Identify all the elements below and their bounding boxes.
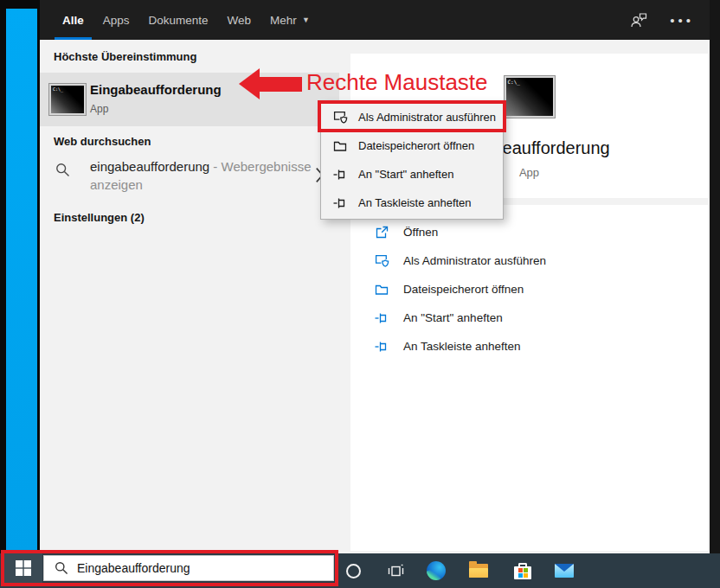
best-match-title: Eingabeaufforderung xyxy=(90,82,222,97)
action-open-file-location[interactable]: Dateispeicherort öffnen xyxy=(350,275,708,304)
tab-apps[interactable]: Apps xyxy=(93,0,139,40)
search-results-panel: Höchste Übereinstimmung Eingabeaufforder… xyxy=(40,40,339,553)
annotation-highlight-box-taskbar xyxy=(1,550,338,586)
annotation-label: Rechte Maustaste xyxy=(306,69,488,96)
tab-web[interactable]: Web xyxy=(218,0,261,40)
task-view-icon[interactable] xyxy=(378,553,413,588)
pin-icon xyxy=(332,168,348,182)
context-menu: Als Administrator ausführen Dateispeiche… xyxy=(320,102,504,220)
best-match-subtitle: App xyxy=(90,103,108,115)
settings-header: Einstellungen (2) xyxy=(54,211,145,224)
store-icon[interactable] xyxy=(505,553,540,588)
filter-tabs: Alle Apps Dokumente Web Mehr ▼ xyxy=(53,0,319,40)
feedback-person-icon[interactable] xyxy=(630,12,647,29)
desktop-background-left xyxy=(0,0,40,553)
action-open[interactable]: Öffnen xyxy=(350,218,708,246)
search-filter-bar: Alle Apps Dokumente Web Mehr ▼ ••• xyxy=(40,0,710,40)
taskbar-search-box[interactable] xyxy=(43,555,334,581)
search-input[interactable] xyxy=(77,561,333,575)
action-run-as-admin[interactable]: Als Administrator ausführen xyxy=(350,246,708,275)
more-options-icon[interactable]: ••• xyxy=(670,13,694,28)
preview-actions-card: Öffnen Als Administrator ausführen xyxy=(350,205,708,551)
chevron-down-icon: ▼ xyxy=(302,16,310,24)
web-query: eingabeaufforderung xyxy=(90,159,209,174)
file-explorer-icon[interactable] xyxy=(461,553,496,588)
mail-icon[interactable] xyxy=(547,553,582,588)
annotation-arrow-icon xyxy=(239,68,260,99)
command-prompt-icon xyxy=(505,76,555,118)
pin-icon xyxy=(374,311,389,325)
web-search-header: Web durchsuchen xyxy=(54,135,151,148)
desktop-wallpaper xyxy=(6,9,37,553)
best-match-header: Höchste Übereinstimmung xyxy=(54,50,196,63)
tab-mehr[interactable]: Mehr ▼ xyxy=(260,0,319,40)
windows-logo-icon xyxy=(16,560,31,576)
context-menu-item-open-file-location[interactable]: Dateispeicherort öffnen xyxy=(321,131,503,160)
action-pin-to-start[interactable]: An "Start" anheften xyxy=(350,304,708,332)
admin-shield-icon xyxy=(332,110,348,125)
context-menu-item-run-as-admin[interactable]: Als Administrator ausführen xyxy=(321,103,503,131)
edge-icon[interactable] xyxy=(419,553,453,588)
search-icon xyxy=(55,561,68,575)
annotation-arrow-body xyxy=(259,77,302,92)
pin-icon xyxy=(332,196,348,210)
cortana-icon[interactable] xyxy=(336,553,370,588)
folder-icon xyxy=(332,139,348,153)
tab-alle[interactable]: Alle xyxy=(53,0,93,40)
start-button[interactable] xyxy=(4,553,42,583)
command-prompt-icon xyxy=(49,84,86,115)
open-icon xyxy=(374,226,389,240)
search-icon xyxy=(55,163,70,177)
pin-icon xyxy=(374,340,389,354)
tab-dokumente[interactable]: Dokumente xyxy=(139,0,218,40)
web-search-result[interactable]: eingabeaufforderung - Webergebnisse anze… xyxy=(40,156,339,204)
admin-shield-icon xyxy=(374,253,389,268)
desktop-background-right xyxy=(710,0,720,553)
context-menu-item-pin-to-taskbar[interactable]: An Taskleiste anheften xyxy=(321,189,503,217)
folder-icon xyxy=(374,283,389,297)
context-menu-item-pin-to-start[interactable]: An "Start" anheften xyxy=(321,160,503,189)
windows-10-search-screenshot: Alle Apps Dokumente Web Mehr ▼ ••• xyxy=(0,0,720,588)
action-pin-to-taskbar[interactable]: An Taskleiste anheften xyxy=(350,332,708,361)
